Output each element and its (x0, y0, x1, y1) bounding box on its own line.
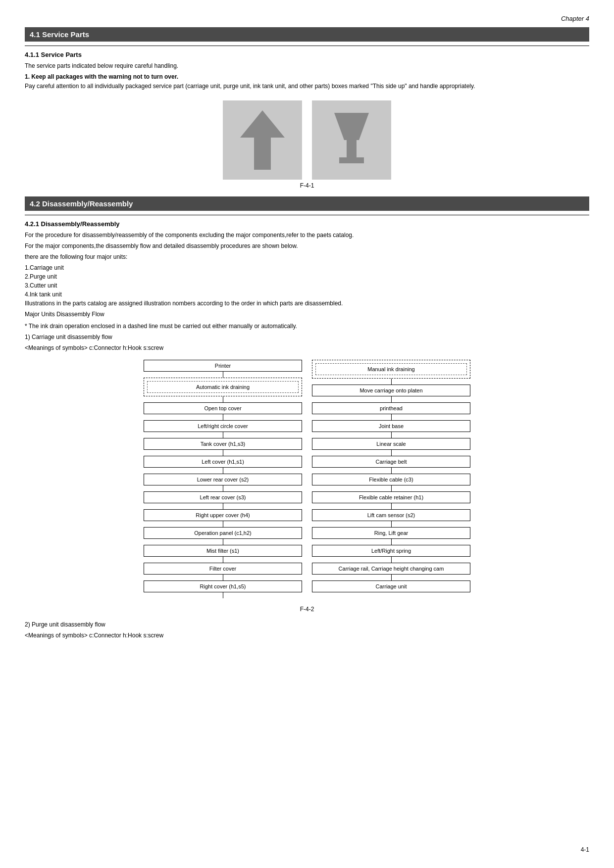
flow-right-column: Manual ink draining Move carriage onto p… (312, 360, 470, 598)
section-2-header: 4.2 Disassembly/Reassembly (25, 196, 589, 211)
flow-box-carriage-belt: Carriage belt (312, 456, 470, 468)
page-number: 4-1 (581, 846, 589, 853)
connector (223, 575, 223, 580)
flow-box-flex-cable: Flexible cable (c3) (312, 474, 470, 485)
connector (391, 503, 392, 509)
footer-note1: 2) Purge unit disassembly flow (25, 620, 589, 629)
flow-box-op-panel: Operation panel (c1,h2) (144, 527, 302, 539)
flow-box-lower-rear: Lower rear cover (s2) (144, 474, 302, 485)
flow-box-tank-cover: Tank cover (h1,s3) (144, 438, 302, 450)
connector (223, 372, 223, 378)
subsection-1-title: 4.1.1 Service Parts (25, 51, 589, 58)
flow-box-flex-cable-ret: Flexible cable retainer (h1) (312, 491, 470, 503)
svg-rect-2 (347, 140, 357, 157)
note3: <Meanings of symbols> c:Connector h:Hook… (25, 343, 589, 352)
flow-left-column: Printer Automatic ink draining Open top … (144, 360, 302, 598)
flow-box-lift-cam: Lift cam sensor (s2) (312, 509, 470, 521)
connector (391, 557, 392, 563)
connector (223, 592, 223, 598)
flow-box-manual-ink: Manual ink draining (315, 363, 467, 375)
flow-box-printer: Printer (144, 360, 302, 372)
flow-box-right-upper: Right upper cover (h4) (144, 509, 302, 521)
flow-box-right-cover: Right cover (h1,s5) (144, 580, 302, 592)
figure-4-1 (25, 100, 589, 180)
intro-text: The service parts indicated below requir… (25, 61, 589, 70)
footer-note2: <Meanings of symbols> c:Connector h:Hook… (25, 631, 589, 640)
connector (391, 396, 392, 402)
fragile-icon (312, 100, 391, 180)
figure-4-1-label: F-4-1 (25, 182, 589, 189)
connector (223, 450, 223, 456)
figure-4-2-label: F-4-2 (25, 606, 589, 613)
flow-box-carriage-unit: Carriage unit (312, 580, 470, 592)
connector (223, 521, 223, 527)
divider-2 (25, 215, 589, 215)
flow-box-left-rear: Left rear cover (s3) (144, 491, 302, 503)
flow-box-open-top: Open top cover (144, 402, 302, 414)
connector (223, 503, 223, 509)
connector (223, 557, 223, 563)
flow-box-printhead: printhead (312, 402, 470, 414)
flow-box-carriage-rail: Carriage rail, Carriage height changing … (312, 563, 470, 575)
connector (391, 468, 392, 474)
svg-marker-1 (334, 113, 369, 140)
connector (223, 539, 223, 545)
flow-box-left-cover: Left cover (h1,s1) (144, 456, 302, 468)
connector (391, 485, 392, 491)
warning-body: Pay careful attention to all individuall… (25, 82, 589, 91)
section-1-header: 4.1 Service Parts (25, 27, 589, 42)
connector (391, 432, 392, 438)
arrow-up-icon (223, 100, 302, 180)
flow-box-linear-scale: Linear scale (312, 438, 470, 450)
subsection-2-title: 4.2.1 Disassembly/Reassembly (25, 220, 589, 228)
flow-diagram-4-2: Printer Automatic ink draining Open top … (84, 360, 530, 598)
warning-title: 1. Keep all packages with the warning no… (25, 73, 589, 80)
flow-box-lr-spring: Left/Right spring (312, 545, 470, 557)
flow-box-auto-ink: Automatic ink draining (147, 381, 299, 393)
connector (223, 432, 223, 438)
svg-rect-3 (339, 157, 364, 163)
divider-1 (25, 46, 589, 46)
connector (391, 414, 392, 420)
connector (223, 485, 223, 491)
connector (391, 379, 392, 385)
connector (391, 450, 392, 456)
connector (223, 396, 223, 402)
flow-box-joint-base: Joint base (312, 420, 470, 432)
chapter-label: Chapter 4 (25, 15, 589, 22)
flow-box-ring-lift: Ring, Lift gear (312, 527, 470, 539)
flow-box-lr-circle: Left/right circle cover (144, 420, 302, 432)
flow-box-filter-cover: Filter cover (144, 563, 302, 575)
section2-intro: For the procedure for disassembly/reasse… (25, 231, 589, 319)
note1: * The ink drain operation enclosed in a … (25, 322, 589, 331)
note2: 1) Carriage unit disassembly flow (25, 333, 589, 341)
flow-box-mist-filter: Mist filter (s1) (144, 545, 302, 557)
flow-box-move-carriage: Move carriage onto platen (312, 385, 470, 396)
connector (391, 575, 392, 580)
connector (223, 414, 223, 420)
connector (223, 468, 223, 474)
connector (391, 539, 392, 545)
svg-marker-0 (240, 110, 285, 170)
connector (391, 521, 392, 527)
